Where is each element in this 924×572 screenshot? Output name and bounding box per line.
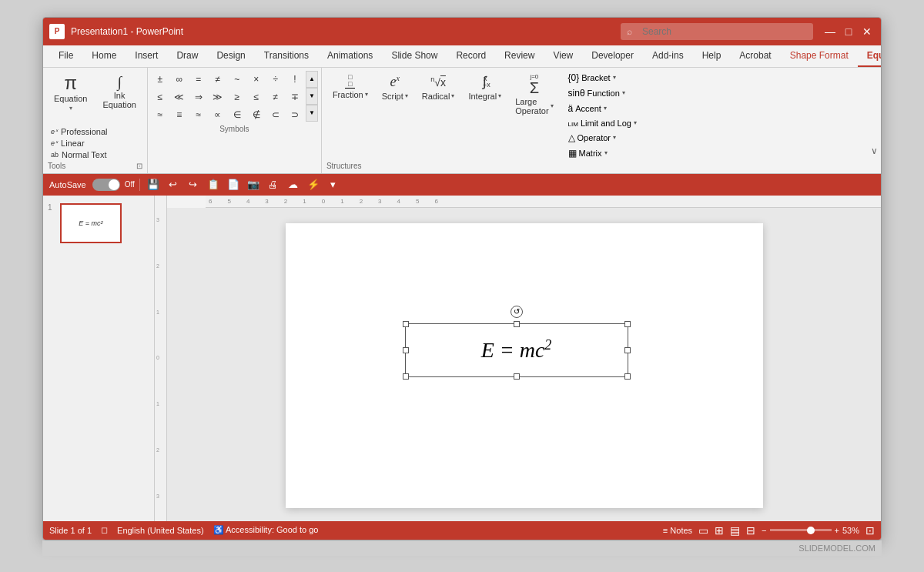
bracket-button[interactable]: {0} Bracket ▾ [564, 71, 641, 85]
handle-middle-right[interactable] [624, 347, 631, 353]
slide-sorter-icon[interactable]: ⊞ [715, 524, 724, 537]
tab-shapeformat[interactable]: Shape Format [781, 45, 858, 67]
tab-equation[interactable]: Equation [858, 45, 882, 67]
tab-draw[interactable]: Draw [167, 45, 207, 67]
tab-record[interactable]: Record [447, 45, 495, 67]
equation-container[interactable]: ↺ E = mc2 [405, 323, 628, 377]
zoom-in-icon[interactable]: + [835, 526, 839, 535]
tab-file[interactable]: File [49, 45, 82, 67]
minimize-button[interactable]: — [822, 24, 838, 39]
rotate-handle[interactable]: ↺ [511, 306, 523, 318]
canvas-area[interactable]: ↺ E = mc2 [167, 208, 881, 521]
sym-plusminus[interactable]: ± [151, 71, 169, 88]
limit-log-dropdown[interactable]: ▾ [634, 119, 637, 126]
sym-mp[interactable]: ∓ [286, 89, 304, 105]
notes-button[interactable]: ≡ Notes [663, 526, 692, 535]
limit-log-button[interactable]: lim Limit and Log ▾ [564, 117, 641, 129]
script-button[interactable]: ex Script ▾ [376, 71, 414, 104]
sym-prop[interactable]: ∝ [209, 106, 227, 123]
qat-new-button[interactable]: 📄 [225, 176, 242, 193]
tab-slideshow[interactable]: Slide Show [382, 45, 447, 67]
ink-equation-button[interactable]: ∫ InkEquation [96, 71, 142, 112]
professional-option[interactable]: eˣ Professional [48, 126, 142, 137]
tab-insert[interactable]: Insert [126, 45, 167, 67]
tab-view[interactable]: View [544, 45, 582, 67]
qat-redo-button[interactable]: ↪ [185, 176, 202, 193]
handle-bottom-left[interactable] [403, 373, 409, 380]
sym-notin[interactable]: ∉ [247, 106, 266, 123]
tab-help[interactable]: Help [693, 45, 731, 67]
qat-more-button[interactable]: ▾ [325, 176, 342, 193]
sym-infinity[interactable]: ∞ [170, 71, 189, 88]
tab-acrobat[interactable]: Acrobat [730, 45, 780, 67]
large-operator-button[interactable]: j=0 Σ LargeOperator ▾ [509, 71, 559, 119]
qat-camera-button[interactable]: 📷 [245, 176, 262, 193]
symbols-scroll-down[interactable]: ▼ [306, 88, 318, 105]
autosave-toggle[interactable] [92, 179, 120, 191]
tab-review[interactable]: Review [495, 45, 544, 67]
sym-ll[interactable]: ≪ [170, 89, 189, 105]
normal-text-option[interactable]: ab Normal Text [48, 149, 142, 160]
language-label[interactable]: English (United States) [117, 526, 204, 535]
accent-dropdown[interactable]: ▾ [604, 105, 607, 112]
zoom-out-icon[interactable]: − [762, 526, 766, 535]
script-dropdown-icon[interactable]: ▾ [405, 92, 408, 99]
integral-button[interactable]: ∫x −x Integral ▾ [462, 71, 507, 104]
equation-button[interactable]: π Equation ▾ [48, 71, 93, 115]
sym-le2[interactable]: ≤ [247, 89, 266, 105]
linear-option[interactable]: eˣ Linear [48, 138, 142, 149]
sym-times[interactable]: × [247, 71, 266, 88]
tab-developer[interactable]: Developer [582, 45, 643, 67]
radical-button[interactable]: n√x Radical ▾ [416, 71, 461, 104]
handle-top-left[interactable] [403, 321, 409, 327]
qat-undo-button[interactable]: ↩ [165, 176, 182, 193]
accent-button[interactable]: ä Accent ▾ [564, 102, 641, 115]
outline-icon[interactable]: ◻ [101, 525, 108, 535]
function-dropdown[interactable]: ▾ [622, 89, 625, 96]
integral-dropdown-icon[interactable]: ▾ [498, 92, 501, 99]
bracket-dropdown[interactable]: ▾ [613, 74, 616, 81]
sym-approx[interactable]: ≈ [151, 106, 169, 123]
zoom-slider[interactable] [770, 529, 832, 531]
sym-ne2[interactable]: ≠ [266, 89, 285, 105]
restore-button[interactable]: □ [841, 24, 856, 39]
tab-addins[interactable]: Add-ins [643, 45, 693, 67]
slideshow-icon[interactable]: ⊟ [746, 524, 755, 537]
tab-transitions[interactable]: Transitions [255, 45, 318, 67]
normal-view-icon[interactable]: ▭ [698, 524, 708, 537]
fraction-button[interactable]: □□ Fraction ▾ [326, 71, 374, 102]
large-operator-dropdown-icon[interactable]: ▾ [551, 102, 554, 109]
handle-top-right[interactable] [624, 321, 631, 327]
operator-button[interactable]: △ Operator ▾ [564, 131, 641, 145]
tab-home[interactable]: Home [82, 45, 126, 67]
radical-dropdown-icon[interactable]: ▾ [451, 92, 454, 99]
sym-arrow[interactable]: ⇒ [189, 89, 208, 105]
symbols-scroll-more[interactable]: ▼ [306, 105, 318, 122]
qat-print-button[interactable]: 🖨 [265, 176, 282, 193]
search-input[interactable] [621, 23, 813, 40]
sym-excl[interactable]: ! [286, 71, 304, 88]
handle-bottom-middle[interactable] [514, 373, 520, 380]
tools-expand-icon[interactable]: ⊡ [136, 162, 142, 170]
fraction-dropdown-icon[interactable]: ▾ [365, 91, 368, 98]
operator-dropdown[interactable]: ▾ [613, 134, 616, 141]
fit-slide-icon[interactable]: ⊡ [865, 524, 875, 537]
sym-approx2[interactable]: ≈ [189, 106, 208, 123]
matrix-button[interactable]: ▦ Matrix ▾ [564, 146, 641, 160]
qat-lightning-button[interactable]: ⚡ [305, 176, 322, 193]
qat-cloud-button[interactable]: ☁ [285, 176, 302, 193]
qat-clipboard-button[interactable]: 📋 [205, 176, 222, 193]
sym-notequal[interactable]: ≠ [209, 71, 227, 88]
sym-div[interactable]: ÷ [266, 71, 285, 88]
matrix-dropdown[interactable]: ▾ [604, 149, 608, 156]
reading-view-icon[interactable]: ▤ [730, 524, 740, 537]
sym-le[interactable]: ≤ [151, 89, 169, 105]
function-button[interactable]: sinθ Function ▾ [564, 86, 641, 100]
sym-supset[interactable]: ⊃ [286, 106, 304, 123]
ribbon-more-button[interactable]: ∨ [871, 68, 881, 173]
tab-animations[interactable]: Animations [318, 45, 382, 67]
handle-top-middle[interactable] [514, 321, 520, 327]
handle-bottom-right[interactable] [624, 373, 631, 380]
sym-equiv[interactable]: ≡ [170, 106, 189, 123]
symbols-scroll-up[interactable]: ▲ [306, 71, 318, 88]
